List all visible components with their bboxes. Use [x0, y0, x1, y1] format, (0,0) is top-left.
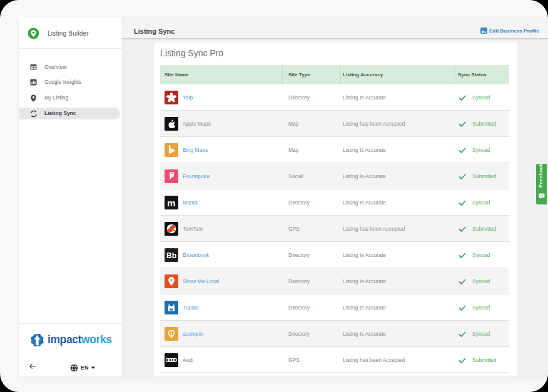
svg-text:m: m — [167, 198, 175, 208]
svg-text:Bb: Bb — [166, 251, 176, 260]
